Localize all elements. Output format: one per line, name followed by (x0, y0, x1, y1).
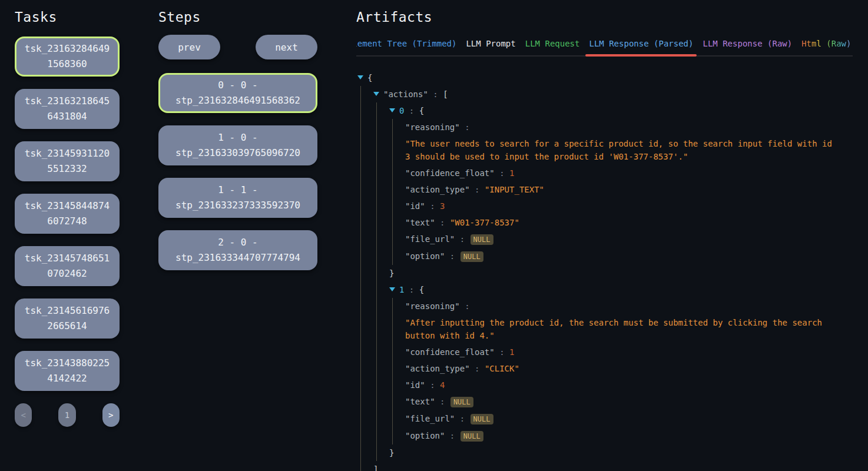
json-line: "file_url" : NULL (405, 410, 853, 427)
json-token-key: "action_type" (405, 364, 470, 373)
json-token-key: "option" (405, 251, 445, 261)
tab-llm-prompt[interactable]: LLM Prompt (461, 35, 520, 55)
pagination-prev-button[interactable]: < (15, 403, 32, 427)
step-button-stp-231633344707774794[interactable]: 2 - 0 - stp_231633344707774794 (158, 230, 317, 270)
json-line: "After inputting the product id, the sea… (405, 316, 839, 342)
task-button-tsk-231632186456431804[interactable]: tsk_231632186456431804 (15, 89, 120, 129)
json-token-brace: { (367, 73, 372, 82)
json-token-brace: { (419, 285, 424, 294)
json-children-group: "reasoning" : "After inputting the produ… (392, 298, 853, 445)
tab-bar: Element Tree (Trimmed)LLM PromptLLM Requ… (356, 35, 853, 57)
null-badge: NULL (460, 431, 483, 442)
json-children-group: "reasoning" : "The user needs to search … (392, 119, 853, 265)
json-token-key: "id" (405, 380, 425, 390)
json-line: "action_type" : "INPUT_TEXT" (405, 181, 853, 198)
json-token-colon: : (435, 397, 450, 406)
json-node-line: "actions" : [ (373, 86, 853, 102)
json-token-colon: : (435, 218, 450, 227)
json-token-brace: { (419, 106, 424, 115)
json-token-brace: } (389, 448, 394, 457)
json-token-num: 1 (509, 168, 514, 178)
json-token-colon: : (404, 106, 419, 115)
collapse-arrow-icon[interactable] (373, 92, 379, 96)
json-token-colon: : (428, 89, 443, 99)
collapse-arrow-icon[interactable] (357, 75, 363, 79)
next-step-button[interactable]: next (256, 35, 317, 59)
json-token-key: "text" (405, 397, 435, 406)
tab-html-raw[interactable]: Html (Raw) (797, 35, 853, 55)
task-button-tsk-231438802254142422[interactable]: tsk_231438802254142422 (15, 351, 120, 391)
json-token-colon: : (495, 347, 509, 357)
artifacts-title: Artifacts (356, 8, 853, 26)
json-token-colon: : (460, 122, 475, 132)
steps-title: Steps (158, 8, 317, 26)
json-line: "id" : 3 (405, 198, 853, 214)
json-token-brace: [ (443, 89, 448, 99)
json-line: "file_url" : NULL (405, 231, 853, 248)
json-token-key: "file_url" (405, 234, 455, 244)
json-token-str: "INPUT_TEXT" (485, 185, 544, 194)
step-button-stp-231633039765096720[interactable]: 1 - 0 - stp_231633039765096720 (158, 125, 317, 165)
json-token-str: "CLICK" (485, 364, 519, 373)
tasks-title: Tasks (15, 8, 120, 26)
null-badge: NULL (471, 414, 493, 424)
tasks-pagination: < 1 > (15, 403, 120, 427)
tab-llm-response-parsed[interactable]: LLM Response (Parsed) (584, 35, 698, 55)
tab-bar-clip: Element Tree (Trimmed)LLM PromptLLM Requ… (356, 35, 853, 57)
json-token-str: "The user needs to search for a specific… (405, 139, 832, 161)
json-token-key: "reasoning" (405, 301, 460, 311)
json-line: "text" : NULL (405, 393, 853, 410)
json-line: "confidence_float" : 1 (405, 165, 853, 181)
json-token-str: "W01-377-8537" (450, 218, 519, 227)
task-button-tsk-231458448746072748[interactable]: tsk_231458448746072748 (15, 194, 120, 234)
json-line: "action_type" : "CLICK" (405, 360, 853, 377)
json-token-colon: : (404, 285, 419, 294)
task-list: tsk_231632846491568360tsk_23163218645643… (15, 37, 120, 391)
json-token-key: "confidence_float" (405, 168, 495, 178)
json-token-colon: : (470, 185, 485, 194)
step-button-stp-231633237333592370[interactable]: 1 - 1 - stp_231633237333592370 (158, 178, 317, 218)
tab-llm-request[interactable]: LLM Request (521, 35, 585, 55)
step-button-stp-231632846491568362[interactable]: 0 - 0 - stp_231632846491568362 (158, 73, 317, 113)
json-token-colon: : (425, 201, 440, 211)
steps-panel: Steps prev next 0 - 0 - stp_231632846491… (158, 8, 317, 471)
collapse-arrow-icon[interactable] (389, 287, 395, 291)
json-token-colon: : (455, 234, 469, 244)
json-token-colon: : (470, 364, 485, 373)
json-node-line: 1 : { (389, 281, 853, 298)
json-token-key: "action_type" (405, 185, 470, 194)
task-button-tsk-231632846491568360[interactable]: tsk_231632846491568360 (15, 37, 120, 77)
json-token-key: "actions" (383, 89, 428, 99)
prev-step-button[interactable]: prev (158, 35, 220, 59)
app-root: Tasks tsk_231632846491568360tsk_23163218… (0, 0, 868, 471)
tab-llm-response-raw[interactable]: LLM Response (Raw) (698, 35, 797, 55)
task-button-tsk-231456169762665614[interactable]: tsk_231456169762665614 (15, 298, 120, 339)
pagination-next-button[interactable]: > (102, 403, 120, 427)
json-token-str: "After inputting the product id, the sea… (405, 318, 822, 340)
json-token-brace: ] (373, 465, 378, 471)
json-line: "option" : NULL (405, 427, 853, 445)
collapse-arrow-icon[interactable] (389, 108, 395, 112)
step-nav: prev next (158, 35, 317, 59)
json-token-colon: : (425, 380, 440, 390)
json-token-key: "reasoning" (405, 122, 460, 132)
tab-element-tree-trimmed[interactable]: Element Tree (Trimmed) (356, 35, 461, 55)
task-button-tsk-231459311205512332[interactable]: tsk_231459311205512332 (15, 141, 120, 181)
json-token-num: 3 (440, 201, 445, 211)
json-token-colon: : (460, 301, 475, 311)
json-close-line: } (389, 445, 853, 461)
json-token-num: 1 (509, 347, 514, 357)
json-token-key: "confidence_float" (405, 347, 495, 357)
json-token-key: "id" (405, 201, 425, 211)
json-line: "reasoning" : (405, 298, 853, 314)
json-line: "id" : 4 (405, 377, 853, 393)
json-close-line: } (389, 265, 853, 281)
pagination-page-button[interactable]: 1 (58, 403, 75, 427)
json-token-colon: : (445, 431, 459, 440)
json-token-key: "option" (405, 431, 445, 440)
task-button-tsk-231457486510702462[interactable]: tsk_231457486510702462 (15, 246, 120, 286)
json-token-key: "file_url" (405, 414, 455, 423)
json-line: "The user needs to search for a specific… (405, 137, 839, 163)
json-token-colon: : (445, 251, 459, 261)
json-children-group: 0 : {"reasoning" : "The user needs to se… (376, 102, 853, 461)
